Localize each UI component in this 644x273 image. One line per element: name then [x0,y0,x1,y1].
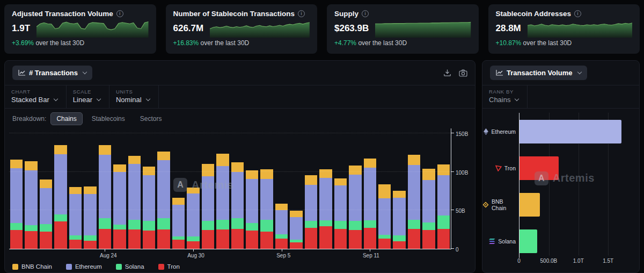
stacked-bar[interactable] [84,186,96,249]
bar-segment-solana [99,218,111,229]
volume-bar-tron[interactable] [519,156,559,180]
legend-swatch [66,264,72,270]
stacked-bar[interactable] [216,154,229,249]
bar-segment-tron [202,230,214,249]
y-tick-label: 50B [456,208,465,214]
legend-item-solana[interactable]: Solana [116,263,144,270]
control-scale-dropdown[interactable]: SCALELinear [67,85,109,108]
bar-segment-solana [202,221,214,230]
control-value: Stacked Bar [11,96,57,104]
info-icon[interactable]: i [298,10,305,17]
chart-controls-row: CHARTStacked BarSCALELinearUNITSNominal [5,85,475,109]
bar-segment-bnb-chain [25,161,37,170]
stacked-bar[interactable] [231,162,244,249]
bar-segment-tron [260,232,273,249]
stacked-bar[interactable] [408,155,420,249]
bar-segment-ethereum [40,188,52,224]
stacked-bar[interactable] [290,211,302,249]
bar-segment-ethereum [99,155,111,218]
breakdown-tab-chains[interactable]: Chains [50,112,82,125]
stat-card-supply: Supply i $263.9B +4.77% over the last 30… [327,4,479,54]
stacked-bar[interactable] [422,169,435,249]
stacked-bar-plot: A Artemis [9,128,451,249]
download-button[interactable] [443,69,451,77]
info-icon[interactable]: i [574,10,581,17]
stacked-bar[interactable] [334,178,347,249]
volume-bar-ethereum[interactable] [519,120,621,143]
volume-bar-chart: EthereumTronBNB ChainSolana A Artemis [482,113,639,255]
stacked-bar[interactable] [40,179,52,249]
change-suffix: over the last 30D [199,39,249,47]
stacked-bar[interactable] [349,166,361,249]
metric-selector-button[interactable]: # Transactions [12,66,92,80]
stacked-bar[interactable] [113,164,126,249]
stat-card-title: Adjusted Transaction Volume [12,10,113,18]
control-units-dropdown[interactable]: UNITSNominal [109,85,159,108]
stacked-bar[interactable] [25,161,37,249]
stacked-bar[interactable] [319,169,332,249]
stacked-bar[interactable] [305,175,317,249]
rank-by-dropdown[interactable]: RANK BY Chains [482,85,528,108]
bar-segment-bnb-chain [84,186,96,194]
volume-metric-selector-button[interactable]: Transaction Volume [490,66,587,80]
breakdown-tab-sectors[interactable]: Sectors [134,112,168,125]
x-tick-label: 1.5T [603,258,613,264]
legend-item-tron[interactable]: Tron [158,263,180,270]
stat-card-change: +4.77% over the last 30D [334,39,471,47]
bar-segment-ethereum [260,179,273,220]
stacked-bar[interactable] [69,187,82,249]
bar-segment-solana [408,220,420,229]
volume-bar-bnb-chain[interactable] [519,193,540,217]
bar-segment-solana [40,224,52,232]
info-icon[interactable]: i [116,10,123,17]
control-chart-dropdown[interactable]: CHARTStacked Bar [5,85,67,108]
bar-segment-bnb-chain [40,179,52,188]
x-axis-zero-tick [519,255,519,258]
stacked-bar[interactable] [260,169,273,249]
bar-segment-tron [40,232,52,249]
stacked-bar[interactable] [157,152,170,249]
screenshot-button[interactable] [459,69,467,77]
stacked-bar[interactable] [54,145,67,249]
bar-segment-bnb-chain [172,198,185,204]
bar-segment-ethereum [84,194,96,235]
stacked-bar[interactable] [172,198,185,249]
bar-segment-bnb-chain [54,145,67,155]
line-chart-icon [18,70,25,76]
bar-segment-ethereum [216,166,229,220]
stacked-bar[interactable] [378,184,391,249]
bar-segment-tron [290,242,302,249]
stat-card-title: Supply [334,10,358,18]
bar-segment-tron [84,241,96,249]
bar-segment-ethereum [408,165,420,220]
stacked-bar[interactable] [128,156,141,249]
bar-segment-bnb-chain [157,152,170,160]
bar-segment-tron [157,229,170,249]
info-icon[interactable]: i [362,10,369,17]
stacked-bar[interactable] [187,188,199,249]
legend-item-ethereum[interactable]: Ethereum [66,263,102,270]
legend-item-bnb-chain[interactable]: BNB Chain [12,263,52,270]
stacked-bar[interactable] [10,160,23,249]
bar-segment-ethereum [364,168,376,220]
volume-bar-solana[interactable] [519,229,537,253]
stacked-bar[interactable] [437,164,450,249]
bar-segment-tron [349,230,361,249]
stat-card-value: $263.9B [334,23,369,34]
bar-segment-solana [187,236,199,241]
volume-label-bnb-chain: BNB Chain [482,193,516,217]
bar-segment-ethereum [10,168,23,224]
change-percent: +10.87% [496,39,522,47]
rank-by-label: RANK BY [489,89,518,95]
stacked-bar[interactable] [143,167,155,249]
stacked-bar[interactable] [364,159,376,249]
breakdown-tab-stablecoins[interactable]: Stablecoins [86,112,131,125]
stacked-bar[interactable] [99,145,111,249]
stacked-bar[interactable] [202,164,214,249]
legend-label: Tron [167,263,180,270]
bar-segment-bnb-chain [69,187,82,194]
bar-segment-bnb-chain [187,188,199,193]
y-tick-label: 150B [456,131,468,137]
stacked-bar[interactable] [393,191,405,249]
stat-card-change: +3.69% over the last 30D [12,39,149,47]
